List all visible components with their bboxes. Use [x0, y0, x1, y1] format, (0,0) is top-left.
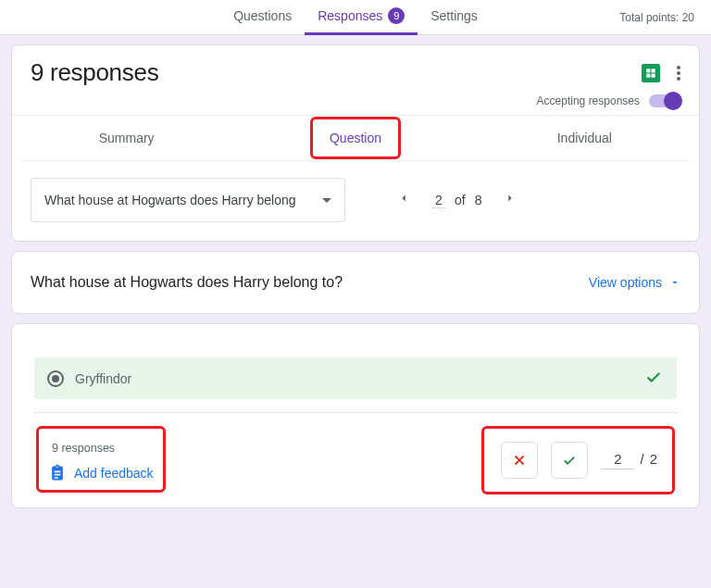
tab-questions[interactable]: Questions: [220, 0, 305, 35]
svg-rect-3: [652, 73, 655, 77]
check-icon: [561, 452, 578, 469]
feedback-clipboard-icon: [48, 464, 67, 482]
svg-rect-2: [646, 73, 650, 77]
points-earned-input[interactable]: 2: [601, 451, 634, 469]
question-selector-text: What house at Hogwarts does Harry belong: [44, 193, 296, 207]
prev-question-button[interactable]: [392, 188, 416, 212]
tab-label: Responses: [318, 8, 382, 23]
sheets-icon[interactable]: [642, 64, 660, 82]
chevron-right-icon: [504, 192, 517, 205]
pager-of-label: of: [455, 193, 466, 207]
page-root: Questions Responses 9 Settings Total poi…: [0, 0, 711, 588]
svg-rect-1: [652, 69, 655, 72]
checkmark-icon: [643, 367, 664, 390]
tab-label: Questions: [233, 8, 292, 23]
subtab-individual[interactable]: Individual: [470, 116, 699, 160]
question-selector[interactable]: What house at Hogwarts does Harry belong: [31, 178, 345, 222]
pager-current: 2: [432, 193, 445, 208]
add-feedback-button[interactable]: Add feedback: [48, 464, 154, 482]
mark-correct-button[interactable]: [551, 442, 588, 479]
next-question-button[interactable]: [498, 188, 522, 212]
topbar: Questions Responses 9 Settings Total poi…: [0, 0, 711, 35]
points-slash: /: [640, 451, 643, 467]
view-options-button[interactable]: View options: [589, 275, 680, 290]
x-icon: [511, 452, 528, 469]
total-points-value: 20: [682, 11, 694, 24]
correct-answer-row: Gryffindor: [34, 357, 677, 399]
responses-title: 9 responses: [31, 58, 158, 87]
chevron-down-icon: [322, 198, 331, 203]
responses-card: 9 responses Accepting responses Summary …: [11, 44, 700, 242]
mark-incorrect-button[interactable]: [501, 442, 538, 479]
chevron-left-icon: [397, 192, 410, 205]
divider: [34, 412, 677, 413]
tab-label: Settings: [430, 8, 478, 23]
annotation-feedback-box: 9 responses Add feedback: [36, 426, 166, 493]
pager-total: 8: [475, 193, 482, 207]
question-title-card: What house at Hogwarts does Harry belong…: [11, 251, 700, 314]
sheets-icon-svg: [644, 67, 657, 80]
correct-answer-text: Gryffindor: [75, 371, 131, 386]
subtab-question[interactable]: Question: [330, 131, 381, 145]
view-options-label: View options: [589, 275, 662, 290]
add-feedback-label: Add feedback: [74, 466, 154, 481]
responses-count-badge: 9: [388, 7, 405, 24]
total-points: Total points: 20: [619, 0, 694, 35]
svg-rect-0: [646, 69, 650, 72]
annotation-grading-box: 2 / 2: [481, 426, 675, 494]
radio-selected-icon: [47, 370, 64, 387]
answer-card: Gryffindor 9 responses Add feedback: [11, 323, 700, 508]
more-menu-icon[interactable]: [677, 66, 680, 81]
accepting-responses-toggle[interactable]: [649, 94, 680, 107]
annotation-question-tab: Question: [310, 117, 401, 159]
chevron-down-icon: [669, 277, 680, 288]
tab-responses[interactable]: Responses 9: [305, 0, 418, 35]
tab-settings[interactable]: Settings: [418, 0, 491, 35]
subtab-summary[interactable]: Summary: [12, 116, 241, 160]
total-points-label: Total points:: [619, 11, 679, 24]
responses-breakdown-count: 9 responses: [52, 442, 154, 455]
question-text: What house at Hogwarts does Harry belong…: [31, 274, 343, 291]
accepting-responses-label: Accepting responses: [537, 94, 640, 107]
points-max: 2: [650, 451, 657, 467]
